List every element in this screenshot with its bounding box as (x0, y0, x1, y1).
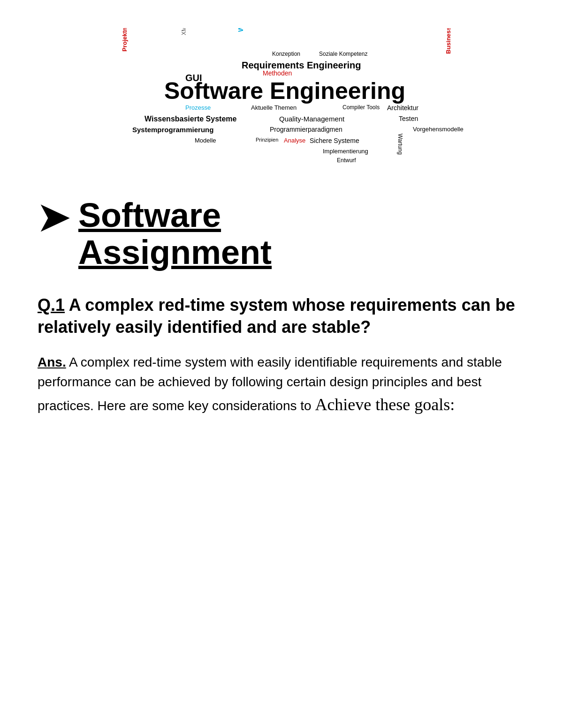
question-body: A complex red-time system whose requirem… (38, 295, 515, 337)
question-1: Q.1 A complex red-time system whose requ… (38, 294, 525, 338)
wc-requirements-engineering: Requirements Engineering (242, 60, 361, 71)
wc-prozesse: Prozesse (185, 104, 211, 111)
wc-quality-management: Quality-Management (279, 115, 344, 123)
wc-systemprogrammierung: Systemprogrammierung (132, 126, 213, 134)
answer-label: Ans. (38, 355, 66, 369)
wc-architektur: Architektur (387, 104, 418, 112)
wc-implementierung: Implementierung (323, 148, 368, 155)
title-section: ➤ SoftwareAssignment (38, 197, 525, 271)
wc-aktuelle-themen: Aktuelle Themen (251, 104, 297, 111)
wc-web-technologien: Web-Technologien (237, 28, 244, 32)
word-cloud-section: Web-Technologien XML-Technologien Projek… (38, 28, 525, 178)
achieve-text: Achieve these goals: (315, 395, 455, 414)
word-cloud: Web-Technologien XML-Technologien Projek… (99, 28, 464, 173)
wc-modelle: Modelle (195, 137, 216, 144)
wc-software-engineering: Software Engineering (164, 77, 405, 105)
arrow-icon: ➤ (38, 199, 69, 237)
wc-xml-technologien: XML-Technologien (181, 28, 187, 35)
question-section: Q.1 A complex red-time system whose requ… (38, 294, 525, 338)
wc-soziale-kompetenz: Soziale Kompetenz (319, 51, 367, 57)
question-label: Q.1 (38, 295, 65, 315)
wc-vorgehensmodelle: Vorgehensmodelle (413, 126, 464, 133)
wc-testen: Testen (399, 115, 418, 122)
wc-compiler-tools: Compiler Tools (342, 104, 380, 111)
answer-paragraph: Ans. A complex red-time system with easi… (38, 353, 525, 417)
wc-wissensbasierte-systeme: Wissensbasierte Systeme (145, 115, 236, 123)
wc-sichere-systeme: Sichere Systeme (310, 137, 359, 144)
wc-methoden: Methoden (263, 69, 292, 77)
wc-business-engineering: Business Engineering (445, 28, 452, 54)
wc-konzeption: Konzeption (272, 51, 300, 57)
wc-prinzipien: Prinzipien (256, 137, 278, 143)
page-title: SoftwareAssignment (78, 197, 272, 271)
answer-section: Ans. A complex red-time system with easi… (38, 353, 525, 417)
wc-entwurf: Entwurf (337, 157, 356, 164)
wc-wartung: Wartung (397, 134, 403, 155)
wc-analyse: Analyse (284, 137, 305, 144)
wc-programmierparadigmen: Programmierparadigmen (270, 126, 342, 133)
wc-projektmanagement: Projektmanagement (121, 28, 128, 52)
